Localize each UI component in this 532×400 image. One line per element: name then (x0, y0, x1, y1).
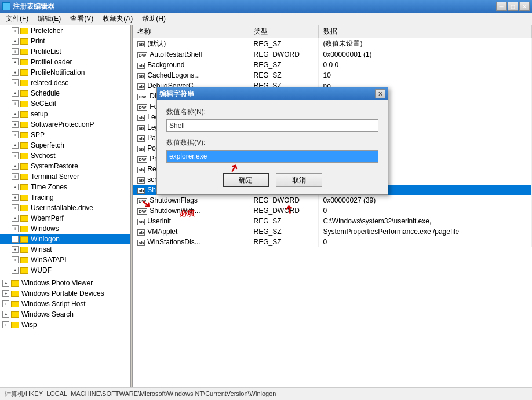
tree-expander[interactable]: + (12, 27, 19, 34)
tree-expander[interactable]: + (2, 311, 9, 318)
tree-expander[interactable]: + (12, 225, 19, 232)
tree-item[interactable]: +WinSATAPI (0, 255, 130, 265)
tree-item[interactable]: +SeCEdit (0, 98, 130, 109)
tree-expander[interactable]: + (12, 246, 19, 253)
menu-edit[interactable]: 编辑(E) (33, 13, 65, 25)
table-row[interactable]: abVMAppletREG_SZSystemPropertiesPerforma… (133, 226, 532, 237)
tree-panel[interactable]: +Prefetcher+Print+ProfileList+ProfileLoa… (0, 25, 130, 387)
tree-expander[interactable]: + (2, 321, 9, 328)
tree-item[interactable]: +Schedule (0, 88, 130, 98)
table-row[interactable]: ab(默认)REG_SZ(数值未设置) (133, 38, 532, 50)
table-row[interactable]: abBackgroundREG_SZ0 0 0 (133, 60, 532, 70)
tree-expander[interactable]: + (12, 184, 19, 190)
tree-expander[interactable]: + (12, 142, 19, 149)
tree-item[interactable]: +ProfileList (0, 46, 130, 57)
col-header-data[interactable]: 数据 (318, 25, 532, 38)
menu-favorites[interactable]: 收藏夹(A) (98, 13, 137, 25)
string-icon: ab (137, 135, 145, 142)
tree-expander[interactable]: + (12, 100, 19, 107)
tree-expander[interactable]: + (2, 300, 9, 307)
dialog-data-label: 数值数据(V): (166, 138, 378, 148)
tree-item-label: Wisp (21, 321, 37, 329)
reg-data-cell: 0 0 0 (318, 60, 532, 70)
tree-item-label: Prefetcher (31, 27, 63, 35)
tree-item[interactable]: +Wisp (0, 320, 130, 330)
tree-expander[interactable]: + (12, 194, 19, 201)
tree-item-label: SeCEdit (31, 100, 56, 108)
tree-item[interactable]: +Tracing (0, 192, 130, 203)
tree-expander[interactable]: + (12, 79, 19, 86)
tree-expander[interactable]: + (2, 290, 9, 297)
string-icon: ab (137, 240, 145, 246)
string-icon: ab (137, 188, 145, 194)
tree-item[interactable]: +WUDF (0, 265, 130, 276)
tree-item[interactable]: +Windows Portable Devices (0, 288, 130, 299)
menu-view[interactable]: 查看(V) (65, 13, 98, 25)
minimize-button[interactable]: ─ (496, 2, 507, 11)
tree-item[interactable]: +Winsat (0, 244, 130, 255)
dialog-data-input[interactable] (166, 150, 378, 163)
dialog-close-button[interactable]: ✕ (375, 89, 385, 98)
col-header-type[interactable]: 类型 (249, 25, 318, 38)
tree-item[interactable]: +Terminal Server (0, 171, 130, 182)
tree-item[interactable]: +Svchost (0, 151, 130, 161)
tree-item[interactable]: +Windows (0, 223, 130, 234)
folder-icon (20, 80, 28, 86)
tree-item[interactable]: +Userinstallable.drive (0, 203, 130, 213)
dialog-confirm-button[interactable]: 确定 (223, 173, 269, 187)
maximize-button[interactable]: □ (508, 2, 518, 11)
tree-expander[interactable]: + (12, 111, 19, 118)
tree-item[interactable]: +SPP (0, 130, 130, 140)
tree-expander[interactable]: + (12, 173, 19, 180)
window-title: 注册表编辑器 (13, 2, 54, 12)
tree-item[interactable]: +Windows Script Host (0, 299, 130, 309)
table-row[interactable]: abUserinitREG_SZC:\Windows\system32\user… (133, 216, 532, 226)
tree-item[interactable]: +Windows Search (0, 309, 130, 320)
tree-expander[interactable]: + (2, 280, 9, 287)
tree-expander[interactable]: + (12, 152, 19, 159)
tree-item[interactable]: +Windows Photo Viewer (0, 278, 130, 288)
tree-item[interactable]: +SystemRestore (0, 161, 130, 171)
tree-item[interactable]: +Time Zones (0, 182, 130, 192)
edit-string-dialog[interactable]: 编辑字符串 ✕ 数值名称(N): 数值数据(V): 确定 取消 (156, 87, 388, 195)
dialog-cancel-button[interactable]: 取消 (276, 173, 322, 187)
tree-item[interactable]: −Winlogon (0, 234, 130, 244)
tree-expander[interactable]: + (12, 69, 19, 76)
table-row[interactable]: abWinStationsDis...REG_SZ0 (133, 237, 532, 247)
tree-expander[interactable]: + (12, 38, 19, 45)
dialog-title-bar: 编辑字符串 ✕ (157, 87, 388, 100)
tree-expander[interactable]: + (12, 204, 19, 211)
tree-expander[interactable]: + (12, 58, 19, 65)
tree-item[interactable]: +Print (0, 36, 130, 46)
tree-expander[interactable]: + (12, 215, 19, 222)
reg-type-cell: REG_DWORD (249, 49, 318, 60)
tree-expander[interactable]: + (12, 256, 19, 263)
tree-expander[interactable]: + (12, 131, 19, 138)
table-row[interactable]: DWShutdownFlagsREG_DWORD0x00000027 (39) (133, 195, 532, 205)
tree-item-label: Winlogon (31, 235, 60, 243)
menu-help[interactable]: 帮助(H) (137, 13, 170, 25)
table-row[interactable]: DWAutoRestartShellREG_DWORD0x00000001 (1… (133, 49, 532, 60)
table-row[interactable]: abCachedLogons...REG_SZ10 (133, 70, 532, 80)
right-panel[interactable]: 名称 类型 数据 ab(默认)REG_SZ(数值未设置)DWAutoRestar… (133, 25, 532, 387)
tree-expander[interactable]: + (12, 48, 19, 55)
table-row[interactable]: DWShutdownWith...REG_DWORD0 (133, 205, 532, 216)
folder-icon (20, 236, 28, 243)
tree-expander[interactable]: + (12, 163, 19, 170)
tree-item[interactable]: +ProfileNotification (0, 67, 130, 78)
tree-item[interactable]: +setup (0, 109, 130, 119)
tree-item[interactable]: +WbemPerf (0, 213, 130, 223)
tree-expander[interactable]: + (12, 90, 19, 97)
tree-item[interactable]: +Prefetcher (0, 25, 130, 36)
tree-expander[interactable]: + (12, 267, 19, 274)
tree-item[interactable]: +related.desc (0, 78, 130, 88)
tree-item[interactable]: +Superfetch (0, 140, 130, 151)
tree-item[interactable]: +SoftwareProtectionP (0, 119, 130, 130)
tree-expander[interactable]: + (12, 121, 19, 128)
col-header-name[interactable]: 名称 (133, 25, 249, 38)
close-button[interactable]: ✕ (519, 2, 530, 11)
tree-item[interactable]: +ProfileLoader (0, 57, 130, 67)
tree-expander[interactable]: − (12, 236, 19, 243)
dialog-name-input[interactable] (166, 119, 378, 132)
menu-file[interactable]: 文件(F) (1, 13, 33, 25)
